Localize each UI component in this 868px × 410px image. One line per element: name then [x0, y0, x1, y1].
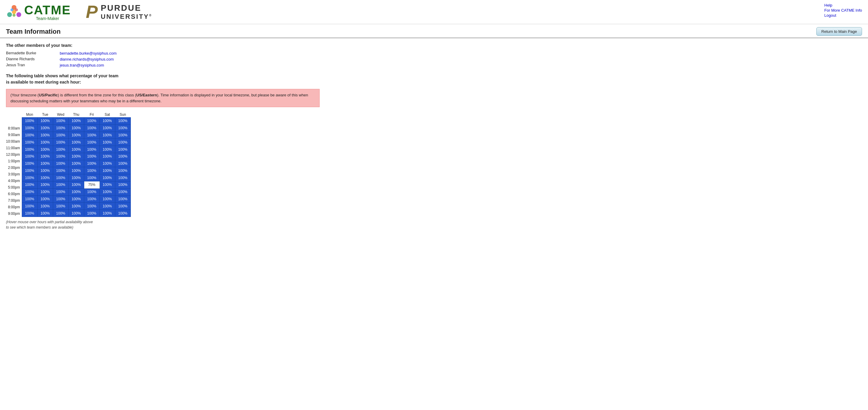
- time-label: 6:00pm: [6, 191, 22, 197]
- schedule-cell: 100%: [37, 210, 53, 217]
- schedule-cell: 100%: [99, 181, 115, 189]
- schedule-cell: 100%: [99, 174, 115, 181]
- schedule-cell: 100%: [53, 174, 68, 181]
- svg-point-6: [12, 14, 16, 17]
- schedule-cell: 100%: [37, 160, 53, 167]
- svg-point-2: [17, 12, 21, 17]
- schedule-cell: 100%: [37, 174, 53, 181]
- schedule-cell: 100%: [84, 139, 99, 146]
- member-name: Jesus Tran: [6, 63, 54, 67]
- schedule-cell: 100%: [53, 210, 68, 217]
- member-name: Bernadette Burke: [6, 51, 54, 56]
- schedule-row: 100%100%100%100%100%100%100%: [22, 146, 130, 153]
- schedule-cell: 100%: [37, 196, 53, 203]
- time-label: 11:00am: [6, 145, 22, 151]
- team-member-row: Jesus Tran jesus.tran@sysiphus.com: [6, 63, 862, 67]
- schedule-cell: 100%: [37, 167, 53, 174]
- schedule-row: 100%100%100%100%100%100%100%: [22, 174, 130, 181]
- schedule-cell: 100%: [37, 203, 53, 210]
- time-label: 2:00pm: [6, 164, 22, 171]
- schedule-cell: 100%: [37, 132, 53, 139]
- catme-subtitle: Team-Maker: [24, 16, 71, 21]
- logout-link[interactable]: Logout: [825, 13, 862, 18]
- schedule-row: 100%100%100%100%100%100%100%: [22, 196, 130, 203]
- schedule-cell: 100%: [53, 203, 68, 210]
- schedule-cell: 100%: [115, 139, 130, 146]
- team-member-row: Bernadette Burke bernadette.burke@sysiph…: [6, 51, 862, 56]
- schedule-cell: 100%: [115, 125, 130, 132]
- schedule-cell: 100%: [22, 117, 37, 125]
- schedule-row: 100%100%100%100%100%100%100%: [22, 210, 130, 217]
- svg-point-1: [7, 12, 12, 17]
- schedule-cell: 100%: [99, 153, 115, 160]
- schedule-cell: 100%: [68, 139, 84, 146]
- day-header: Fri: [84, 112, 99, 117]
- return-to-main-button[interactable]: Return to Main Page: [816, 27, 862, 36]
- team-members-list: Bernadette Burke bernadette.burke@sysiph…: [6, 51, 862, 67]
- time-label: 5:00pm: [6, 184, 22, 191]
- schedule-cell: 100%: [53, 196, 68, 203]
- schedule-cell: 100%: [37, 188, 53, 196]
- member-email[interactable]: dianne.richards@sysiphus.com: [60, 57, 114, 62]
- schedule-cell: 100%: [99, 160, 115, 167]
- more-info-link[interactable]: For More CATME Info: [825, 8, 862, 12]
- purdue-text: PURDUE UNIVERSITY®: [101, 3, 152, 21]
- member-email[interactable]: bernadette.burke@sysiphus.com: [60, 51, 117, 56]
- purdue-logo: P PURDUE UNIVERSITY®: [86, 3, 152, 21]
- schedule-cell: 100%: [84, 203, 99, 210]
- schedule-cell: 100%: [115, 132, 130, 139]
- schedule-cell: 100%: [99, 210, 115, 217]
- schedule-cell: 100%: [99, 203, 115, 210]
- schedule-cell: 100%: [99, 132, 115, 139]
- help-link[interactable]: Help: [825, 3, 862, 7]
- time-label: 1:00pm: [6, 158, 22, 164]
- hover-note: (Hover mouse over hours with partial ava…: [6, 219, 862, 230]
- schedule-cell: 100%: [68, 132, 84, 139]
- schedule-row: 100%100%100%100%100%100%100%: [22, 132, 130, 139]
- schedule-cell: 100%: [84, 132, 99, 139]
- schedule-row: 100%100%100%100%75%100%100%: [22, 181, 130, 189]
- schedule-cell: 100%: [84, 174, 99, 181]
- schedule-cell: 100%: [68, 174, 84, 181]
- schedule-cell: 100%: [115, 167, 130, 174]
- schedule-cell: 100%: [68, 153, 84, 160]
- schedule-cell: 100%: [37, 146, 53, 153]
- schedule-cell: 100%: [53, 139, 68, 146]
- schedule-cell: 100%: [115, 203, 130, 210]
- schedule-cell: 100%: [84, 167, 99, 174]
- schedule-cell: 100%: [22, 132, 37, 139]
- schedule-cell: 100%: [68, 160, 84, 167]
- schedule-cell: 100%: [53, 125, 68, 132]
- schedule-cell: 100%: [68, 146, 84, 153]
- schedule-cell: 100%: [37, 181, 53, 189]
- schedule-cell: 100%: [115, 153, 130, 160]
- schedule-cell: 100%: [99, 146, 115, 153]
- schedule-cell: 100%: [84, 153, 99, 160]
- schedule-cell: 100%: [68, 203, 84, 210]
- schedule-cell: 100%: [68, 167, 84, 174]
- team-section-header: The other members of your team:: [6, 43, 862, 48]
- schedule-cell: 100%: [22, 203, 37, 210]
- member-email[interactable]: jesus.tran@sysiphus.com: [60, 63, 104, 67]
- time-label: 10:00am: [6, 138, 22, 145]
- schedule-cell: 100%: [53, 132, 68, 139]
- schedule-cell: 100%: [99, 139, 115, 146]
- schedule-cell: 100%: [99, 167, 115, 174]
- purdue-name: PURDUE: [101, 3, 152, 13]
- svg-point-5: [15, 8, 18, 11]
- schedule-cell: 100%: [22, 167, 37, 174]
- catme-wordmark: CATME: [24, 3, 71, 17]
- catme-logo-icon: [6, 4, 22, 20]
- schedule-cell: 100%: [99, 188, 115, 196]
- timezone-notice: (Your timezone (US/Pacific) is different…: [6, 89, 319, 107]
- time-label: 12:00pm: [6, 151, 22, 158]
- catme-text: CATME Team-Maker: [24, 3, 71, 21]
- schedule-cell: 100%: [68, 125, 84, 132]
- time-labels: 8:00am9:00am10:00am11:00am12:00pm1:00pm2…: [6, 118, 22, 217]
- schedule-cell: 100%: [84, 210, 99, 217]
- time-label: 9:00pm: [6, 210, 22, 217]
- time-label: 8:00pm: [6, 204, 22, 210]
- day-header: Tue: [37, 112, 53, 117]
- catme-logo: CATME Team-Maker: [6, 3, 71, 21]
- time-label: 9:00am: [6, 132, 22, 138]
